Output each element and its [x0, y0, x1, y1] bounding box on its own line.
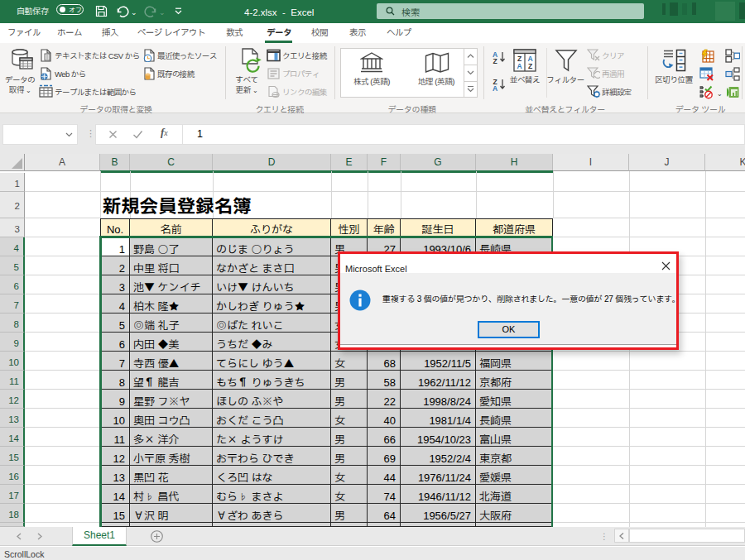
- svg-text:Z: Z: [517, 55, 522, 63]
- svg-text:Z: Z: [493, 57, 497, 65]
- svg-text:A: A: [517, 62, 522, 70]
- svg-text:A: A: [527, 55, 532, 63]
- svg-text:Z: Z: [528, 62, 532, 70]
- svg-text:A: A: [493, 84, 497, 92]
